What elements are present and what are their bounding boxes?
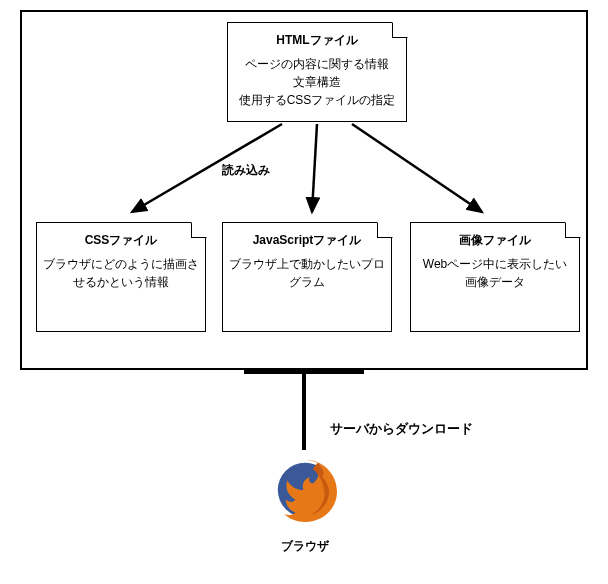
file-css-title: CSSファイル xyxy=(43,231,199,249)
file-html-title: HTMLファイル xyxy=(234,31,400,49)
page-fold-icon xyxy=(392,22,408,38)
download-connector xyxy=(302,372,306,450)
page-fold-icon xyxy=(565,222,581,238)
file-html-line2: 文章構造 xyxy=(234,73,400,91)
page-fold-icon xyxy=(191,222,207,238)
firefox-icon xyxy=(265,450,345,530)
label-download: サーバからダウンロード xyxy=(330,420,473,438)
label-browser: ブラウザ xyxy=(245,538,365,555)
page-fold-icon xyxy=(377,222,393,238)
label-load: 読み込み xyxy=(222,162,270,179)
file-img-desc: Webページ中に表示したい画像データ xyxy=(417,255,573,291)
arrow-to-js xyxy=(312,124,317,212)
file-img-title: 画像ファイル xyxy=(417,231,573,249)
file-html: HTMLファイル ページの内容に関する情報 文章構造 使用するCSSファイルの指… xyxy=(227,22,407,122)
server-container: HTMLファイル ページの内容に関する情報 文章構造 使用するCSSファイルの指… xyxy=(20,10,588,370)
file-html-line1: ページの内容に関する情報 xyxy=(234,55,400,73)
file-css-desc: ブラウザにどのように描画させるかという情報 xyxy=(43,255,199,291)
file-js-title: JavaScriptファイル xyxy=(229,231,385,249)
file-css: CSSファイル ブラウザにどのように描画させるかという情報 xyxy=(36,222,206,332)
file-img: 画像ファイル Webページ中に表示したい画像データ xyxy=(410,222,580,332)
file-html-line3: 使用するCSSファイルの指定 xyxy=(234,91,400,109)
arrow-to-img xyxy=(352,124,482,212)
file-js-desc: ブラウザ上で動かしたいプログラム xyxy=(229,255,385,291)
file-js: JavaScriptファイル ブラウザ上で動かしたいプログラム xyxy=(222,222,392,332)
